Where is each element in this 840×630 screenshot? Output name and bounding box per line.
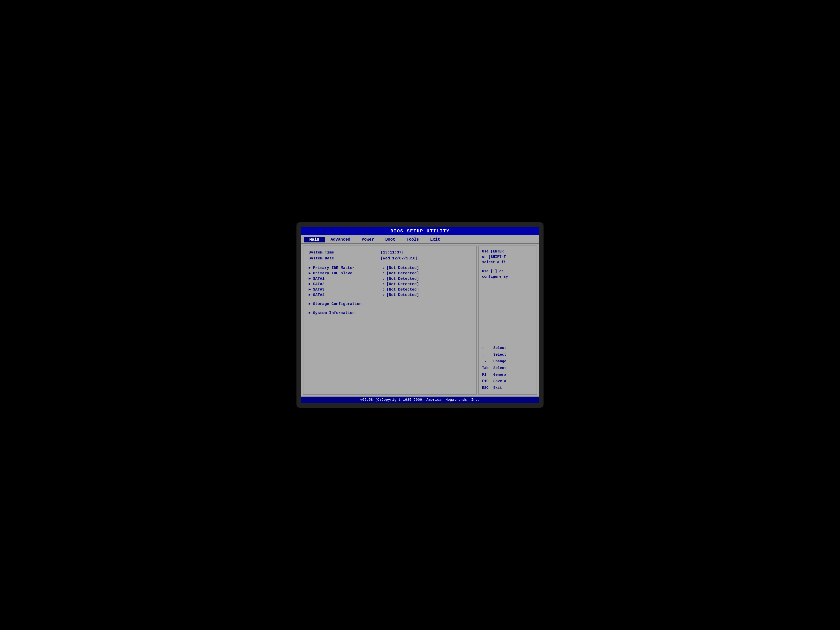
key-sym-f10: F10 bbox=[482, 378, 492, 384]
colon-2: : bbox=[380, 277, 384, 281]
help-line-1: Use [ENTER] bbox=[482, 249, 534, 254]
key-row-f10: F10 Save a bbox=[482, 378, 534, 384]
colon-3: : bbox=[380, 282, 384, 286]
entry-storage-configuration[interactable]: ► Storage Configuration bbox=[309, 302, 471, 306]
help-line-5: configure sy bbox=[482, 274, 534, 279]
arrow-icon-5: ► bbox=[309, 293, 311, 297]
key-row-arrows-lr: ↔ Select bbox=[482, 345, 534, 351]
system-date-value[interactable]: [Wed 12/07/2016] bbox=[381, 256, 418, 261]
system-time-label: System Time bbox=[309, 250, 381, 255]
colon-1: : bbox=[380, 271, 384, 276]
system-date-row: System Date [Wed 12/07/2016] bbox=[309, 256, 471, 261]
key-sym-f1: F1 bbox=[482, 372, 492, 378]
key-sym-pm: +- bbox=[482, 358, 492, 365]
system-time-value[interactable]: [13:11:37] bbox=[381, 250, 404, 255]
arrow-icon-4: ► bbox=[309, 287, 311, 292]
arrow-icon-6: ► bbox=[309, 302, 311, 306]
help-line-2: or [SHIFT-T bbox=[482, 254, 534, 260]
help-text-1: Use [ENTER] or [SHIFT-T select a fi bbox=[482, 249, 534, 265]
entry-value-3: [Not Detected] bbox=[387, 282, 419, 286]
key-sym-ud: ↕ bbox=[482, 352, 492, 358]
key-desc-f10: Save a bbox=[493, 378, 506, 384]
entry-label-0: Primary IDE Master bbox=[313, 266, 380, 270]
key-sym-tab: Tab bbox=[482, 365, 492, 371]
system-date-label: System Date bbox=[309, 256, 381, 261]
right-panel: Use [ENTER] or [SHIFT-T select a fi Use … bbox=[478, 246, 537, 395]
entry-primary-ide-slave[interactable]: ► Primary IDE Slave : [Not Detected] bbox=[309, 271, 471, 276]
entry-value-0: [Not Detected] bbox=[387, 266, 419, 270]
colon-4: : bbox=[380, 287, 384, 292]
monitor: BIOS SETUP UTILITY Main Advanced Power B… bbox=[297, 223, 543, 407]
key-desc-pm: Change bbox=[493, 358, 506, 365]
entry-label-sysinfo: System Information bbox=[313, 311, 380, 315]
key-desc-f1: Genera bbox=[493, 372, 506, 378]
key-row-plusminus: +- Change bbox=[482, 358, 534, 365]
key-row-arrows-ud: ↕ Select bbox=[482, 352, 534, 358]
menu-bar: Main Advanced Power Boot Tools Exit bbox=[301, 236, 539, 244]
arrow-icon-7: ► bbox=[309, 311, 311, 315]
key-desc-lr: Select bbox=[493, 345, 506, 351]
bios-screen: BIOS SETUP UTILITY Main Advanced Power B… bbox=[301, 227, 539, 403]
help-line-4: Use [+] or bbox=[482, 269, 534, 274]
key-desc-esc: Exit bbox=[493, 385, 502, 391]
key-sym-esc: ESC bbox=[482, 385, 492, 391]
help-text-2: Use [+] or configure sy bbox=[482, 269, 534, 279]
key-row-esc: ESC Exit bbox=[482, 385, 534, 391]
entry-sata3[interactable]: ► SATA3 : [Not Detected] bbox=[309, 287, 471, 292]
key-help: ↔ Select ↕ Select +- Change Tab Select bbox=[482, 345, 534, 392]
menu-item-boot[interactable]: Boot bbox=[380, 237, 401, 242]
entry-label-2: SATA1 bbox=[313, 277, 380, 281]
entry-primary-ide-master[interactable]: ► Primary IDE Master : [Not Detected] bbox=[309, 266, 471, 270]
entry-sata2[interactable]: ► SATA2 : [Not Detected] bbox=[309, 282, 471, 286]
arrow-icon-0: ► bbox=[309, 266, 311, 270]
entry-value-2: [Not Detected] bbox=[387, 277, 419, 281]
entry-label-storage: Storage Configuration bbox=[313, 302, 380, 306]
entry-sata4[interactable]: ► SATA4 : [Not Detected] bbox=[309, 293, 471, 297]
entry-label-3: SATA2 bbox=[313, 282, 380, 286]
arrow-icon-3: ► bbox=[309, 282, 311, 286]
footer-bar: v02.58 (C)Copyright 1985-2009, American … bbox=[301, 396, 539, 403]
content-area: System Time [13:11:37] System Date [Wed … bbox=[301, 244, 539, 396]
left-panel: System Time [13:11:37] System Date [Wed … bbox=[303, 246, 477, 395]
bios-title: BIOS SETUP UTILITY bbox=[390, 229, 450, 234]
colon-0: : bbox=[380, 266, 384, 270]
entry-sata1[interactable]: ► SATA1 : [Not Detected] bbox=[309, 277, 471, 281]
key-row-f1: F1 Genera bbox=[482, 372, 534, 378]
title-bar: BIOS SETUP UTILITY bbox=[301, 227, 539, 236]
entry-value-5: [Not Detected] bbox=[387, 293, 419, 297]
entry-system-information[interactable]: ► System Information bbox=[309, 311, 471, 315]
menu-item-main[interactable]: Main bbox=[304, 237, 325, 242]
system-time-row: System Time [13:11:37] bbox=[309, 250, 471, 255]
arrow-icon-1: ► bbox=[309, 271, 311, 276]
menu-item-exit[interactable]: Exit bbox=[425, 237, 446, 242]
help-line-3: select a fi bbox=[482, 260, 534, 265]
key-row-tab: Tab Select bbox=[482, 365, 534, 371]
menu-item-tools[interactable]: Tools bbox=[401, 237, 425, 242]
menu-item-advanced[interactable]: Advanced bbox=[325, 237, 356, 242]
entry-value-1: [Not Detected] bbox=[387, 271, 419, 276]
key-desc-tab: Select bbox=[493, 365, 506, 371]
entry-label-5: SATA4 bbox=[313, 293, 380, 297]
entry-label-4: SATA3 bbox=[313, 287, 380, 292]
key-sym-lr: ↔ bbox=[482, 345, 492, 351]
footer-text: v02.58 (C)Copyright 1985-2009, American … bbox=[360, 398, 480, 402]
entry-label-1: Primary IDE Slave bbox=[313, 271, 380, 276]
entry-value-4: [Not Detected] bbox=[387, 287, 419, 292]
colon-5: : bbox=[380, 293, 384, 297]
arrow-icon-2: ► bbox=[309, 277, 311, 281]
menu-item-power[interactable]: Power bbox=[356, 237, 380, 242]
key-desc-ud: Select bbox=[493, 352, 506, 358]
